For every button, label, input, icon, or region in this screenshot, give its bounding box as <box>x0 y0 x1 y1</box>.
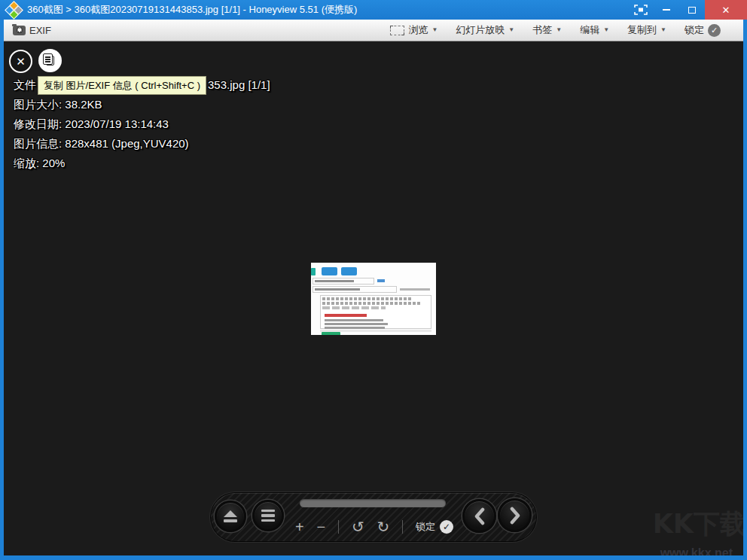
chevron-left-icon <box>472 507 487 525</box>
chevron-down-icon: ▼ <box>508 27 514 33</box>
menu-slideshow-label: 幻灯片放映 <box>456 23 505 37</box>
preview-blue-button <box>322 267 337 275</box>
exif-file-suffix: 353.jpg [1/1] <box>208 75 270 95</box>
menu-bookmark[interactable]: 书签 ▼ <box>523 20 571 40</box>
chevron-down-icon: ▼ <box>431 27 438 33</box>
window-border <box>743 20 747 560</box>
preview-text-bar <box>315 288 360 291</box>
chevron-down-icon: ▼ <box>603 27 609 33</box>
watermark-text: KK下载 <box>653 507 743 542</box>
camera-icon <box>13 26 26 35</box>
chevron-right-icon <box>508 507 523 525</box>
copy-exif-button[interactable] <box>38 49 62 72</box>
check-icon: ✓ <box>440 520 453 534</box>
exif-date-line: 修改日期: 2023/07/19 13:14:43 <box>14 114 270 134</box>
exif-size-line: 图片大小: 38.2KB <box>14 95 270 114</box>
position-slider[interactable] <box>300 499 446 507</box>
bar-lock-toggle[interactable]: 锁定 ✓ <box>416 520 453 534</box>
watermark-url: www.kkx.net <box>660 546 733 555</box>
viewer-canvas: ✕ 文件 复制 图片/EXIF 信息 ( Ctrl+Shift+C ) 353.… <box>4 41 743 555</box>
menu-copy-to[interactable]: 复制到 ▼ <box>618 20 675 40</box>
toolbar: EXIF 浏览 ▼ 幻灯片放映 ▼ 书签 ▼ 编辑 ▼ 复制到 ▼ <box>4 20 743 41</box>
divider <box>338 520 339 534</box>
divider <box>402 520 403 534</box>
chevron-down-icon: ▼ <box>660 27 666 33</box>
title-bar: 360截图 > 360截图20230719131443853.jpg [1/1]… <box>0 0 747 20</box>
exif-file-line: 文件 复制 图片/EXIF 信息 ( Ctrl+Shift+C ) 353.jp… <box>14 75 270 95</box>
menu-slideshow[interactable]: 幻灯片放映 ▼ <box>447 20 523 40</box>
menu-browse-label: 浏览 <box>408 23 428 37</box>
exif-label: EXIF <box>29 25 51 36</box>
zoom-in-button[interactable]: + <box>295 519 304 534</box>
window-title: 360截图 > 360截图20230719131443853.jpg [1/1]… <box>27 3 628 17</box>
previous-image-button[interactable] <box>462 499 496 533</box>
window-border <box>0 555 747 560</box>
image-preview[interactable] <box>311 263 436 335</box>
toolbar-menus: 浏览 ▼ 幻灯片放映 ▼ 书签 ▼ 编辑 ▼ 复制到 ▼ 锁定 ✓ <box>381 20 730 40</box>
copy-tooltip: 复制 图片/EXIF 信息 ( Ctrl+Shift+C ) <box>38 76 206 95</box>
bar-lock-label: 锁定 <box>416 520 435 534</box>
window-controls: ✕ <box>628 0 747 20</box>
preview-red-text-bar <box>325 314 367 317</box>
menu-edit[interactable]: 编辑 ▼ <box>571 20 618 40</box>
copy-icon <box>46 56 54 65</box>
preview-link-bar <box>377 279 385 282</box>
menu-copy-to-label: 复制到 <box>627 23 657 37</box>
preview-green-button <box>322 332 340 335</box>
rotate-left-button[interactable]: ↺ <box>352 519 364 534</box>
chevron-down-icon: ▼ <box>556 27 562 33</box>
preview-toolbar-row <box>322 297 411 300</box>
check-icon: ✓ <box>708 24 721 37</box>
control-row: + − ↺ ↻ 锁定 ✓ <box>295 517 453 537</box>
zoom-out-button[interactable]: − <box>317 519 326 534</box>
menu-browse[interactable]: 浏览 ▼ <box>381 20 447 40</box>
exif-toggle[interactable]: EXIF <box>13 25 51 36</box>
menu-button[interactable] <box>252 500 284 531</box>
browse-icon <box>390 26 404 35</box>
menu-icon <box>261 510 275 513</box>
exif-info-overlay: 文件 复制 图片/EXIF 信息 ( Ctrl+Shift+C ) 353.jp… <box>14 75 270 173</box>
toolbar-lock-toggle[interactable]: 锁定 ✓ <box>675 20 730 40</box>
close-button[interactable]: ✕ <box>705 0 747 20</box>
next-image-button[interactable] <box>498 498 532 532</box>
preview-text-bar <box>400 288 430 291</box>
exif-close-button[interactable]: ✕ <box>9 50 32 73</box>
preview-teal-chip <box>311 268 316 275</box>
maximize-button[interactable] <box>679 0 705 20</box>
minimize-button[interactable] <box>654 0 679 20</box>
menu-bookmark-label: 书签 <box>532 23 552 37</box>
honeyview-logo-icon <box>6 2 23 17</box>
honeyview-window: 360截图 > 360截图20230719131443853.jpg [1/1]… <box>0 0 747 560</box>
exif-zoom-line: 缩放: 20% <box>14 154 270 173</box>
preview-text-bar <box>325 327 385 329</box>
close-icon: ✕ <box>16 55 26 68</box>
eject-icon <box>224 510 237 517</box>
exif-file-prefix: 文件 <box>14 75 36 95</box>
preview-text-bar <box>325 319 383 321</box>
bottom-control-bar: + − ↺ ↻ 锁定 ✓ <box>211 493 536 541</box>
menu-edit-label: 编辑 <box>580 23 599 37</box>
toolbar-lock-label: 锁定 <box>684 23 704 37</box>
close-icon: ✕ <box>722 5 730 16</box>
fullscreen-button[interactable] <box>628 0 654 20</box>
rotate-right-button[interactable]: ↻ <box>377 519 390 534</box>
preview-toolbar-row <box>322 302 420 305</box>
eject-button[interactable] <box>215 501 246 532</box>
exif-info-line: 图片信息: 828x481 (Jpeg,YUV420) <box>14 134 270 154</box>
preview-blue-button <box>341 267 357 275</box>
preview-text-bar <box>315 280 354 282</box>
preview-text-bar <box>325 323 388 325</box>
window-border <box>0 20 4 560</box>
preview-toolbar-row <box>322 306 386 309</box>
